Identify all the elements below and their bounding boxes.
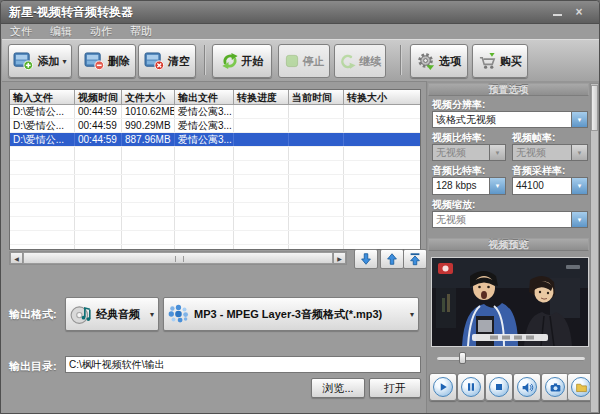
toolbar-separator <box>204 45 205 75</box>
audio-bitrate-label: 音频比特率: <box>432 164 485 178</box>
pause-button[interactable] <box>457 373 485 401</box>
scale-dropdown[interactable]: 无视频 ▼ <box>432 211 588 228</box>
cell <box>344 119 421 132</box>
clear-button[interactable]: 清空 <box>138 44 196 78</box>
play-button[interactable] <box>429 373 457 401</box>
move-down-button[interactable] <box>354 249 378 269</box>
table-row[interactable]: D:\爱情公... 00:44:59 1010.62MB 爱情公寓3... <box>10 105 420 119</box>
film-add-icon <box>13 52 34 71</box>
samplerate-label: 音频采样率: <box>512 164 565 178</box>
buy-button-label: 购买 <box>500 54 522 69</box>
format-category-value: 经典音频 <box>96 307 140 322</box>
camera-icon <box>545 377 565 397</box>
cell: 887.96MB <box>122 133 175 146</box>
video-bitrate-dropdown[interactable]: 无视频 ▼ <box>432 144 506 161</box>
table-horizontal-scrollbar[interactable]: ◀ ▶ <box>9 251 347 265</box>
chevron-down-icon[interactable]: ▼ <box>571 212 587 227</box>
stop-playback-icon <box>489 377 509 397</box>
video-preview <box>431 257 589 347</box>
cell: 00:44:59 <box>75 105 122 118</box>
menu-help[interactable]: 帮助 <box>121 23 161 39</box>
gear-icon <box>417 52 436 71</box>
chevron-down-icon[interactable]: ▼ <box>489 145 505 160</box>
chevron-down-icon[interactable]: ▼ <box>571 112 587 127</box>
panel-vertical-scrollbar[interactable] <box>590 83 599 413</box>
snapshot-button[interactable] <box>541 373 569 401</box>
speaker-icon <box>517 377 537 397</box>
cell <box>344 105 421 118</box>
start-button[interactable]: 开始 <box>212 44 272 78</box>
col-input-file[interactable]: 输入文件 <box>10 90 75 105</box>
browse-button[interactable]: 浏览... <box>311 378 365 398</box>
seek-slider-thumb[interactable] <box>459 352 466 364</box>
options-button[interactable]: 选项 <box>410 44 468 78</box>
stop-playback-button[interactable] <box>485 373 513 401</box>
cell <box>344 133 421 146</box>
resolution-dropdown[interactable]: 该格式无视频 ▼ <box>432 111 588 128</box>
table-row-empty <box>10 217 420 231</box>
col-converted-size[interactable]: 转换大小 <box>344 90 421 105</box>
close-button[interactable]: × <box>571 5 587 18</box>
framerate-value: 无视频 <box>513 145 571 160</box>
buy-button[interactable]: 购买 <box>472 44 528 78</box>
col-file-size[interactable]: 文件大小 <box>122 90 175 105</box>
move-up-button[interactable] <box>380 249 404 269</box>
volume-button[interactable] <box>513 373 541 401</box>
resume-icon <box>339 53 356 70</box>
cell: D:\爱情公... <box>10 133 75 146</box>
resume-button[interactable]: 继续 <box>334 44 386 78</box>
table-row-empty <box>10 231 420 245</box>
cell: 爱情公寓3... <box>175 105 234 118</box>
resolution-label: 视频分辨率: <box>432 98 485 112</box>
scroll-right-icon[interactable]: ▶ <box>333 252 346 264</box>
output-dir-input[interactable]: C:\枫叶视频软件\输出 <box>65 356 421 373</box>
cell: 00:44:59 <box>75 119 122 132</box>
clear-button-label: 清空 <box>168 54 190 69</box>
toolbar-separator <box>400 45 401 75</box>
format-dropdown[interactable]: MP3 - MPEG Layer-3音频格式(*.mp3) ▾ <box>163 297 419 331</box>
remove-button[interactable]: 删除 <box>78 44 136 78</box>
open-button[interactable]: 打开 <box>369 378 421 398</box>
output-dir-label: 输出目录: <box>9 359 57 374</box>
scale-value: 无视频 <box>433 212 571 227</box>
col-progress[interactable]: 转换进度 <box>234 90 289 105</box>
minimize-button[interactable] <box>549 5 565 18</box>
cell <box>234 133 289 146</box>
menu-file[interactable]: 文件 <box>1 23 41 39</box>
chevron-down-icon: ▾ <box>410 310 414 319</box>
table-row-empty <box>10 203 420 217</box>
video-bitrate-label: 视频比特率: <box>432 131 485 145</box>
chevron-down-icon[interactable]: ▼ <box>571 178 587 194</box>
chevron-down-icon[interactable]: ▼ <box>571 145 587 160</box>
format-category-dropdown[interactable]: 经典音频 ▾ <box>65 297 159 331</box>
scrollbar-thumb[interactable] <box>23 252 333 264</box>
cd-music-icon <box>70 303 92 325</box>
table-row-selected[interactable]: D:\爱情公... 00:44:59 887.96MB 爱情公寓3... <box>10 133 420 147</box>
col-video-time[interactable]: 视频时间 <box>75 90 122 105</box>
window-title: 新星-视频转音频转换器 <box>9 1 133 23</box>
minimize-icon <box>553 14 562 16</box>
framerate-dropdown[interactable]: 无视频 ▼ <box>512 144 588 161</box>
menu-edit[interactable]: 编辑 <box>41 23 81 39</box>
title-bar: 新星-视频转音频转换器 × <box>1 1 599 24</box>
arrow-top-icon <box>408 252 422 266</box>
add-button[interactable]: 添加 ▾ <box>8 44 72 78</box>
audio-bitrate-dropdown[interactable]: 128 kbps ▼ <box>432 177 506 195</box>
preset-header: 预置选项 <box>428 83 589 96</box>
col-output-file[interactable]: 输出文件 <box>175 90 234 105</box>
chevron-down-icon[interactable]: ▼ <box>489 178 505 194</box>
stop-button[interactable]: 停止 <box>278 44 330 78</box>
samplerate-value: 44100 <box>513 178 571 194</box>
thumb-grip <box>175 256 184 262</box>
add-dropdown-arrow-icon: ▾ <box>62 57 66 66</box>
scrollbar-thumb[interactable] <box>591 85 598 131</box>
cell <box>289 105 344 118</box>
scroll-left-icon[interactable]: ◀ <box>10 252 23 264</box>
menu-action[interactable]: 动作 <box>81 23 121 39</box>
move-top-button[interactable] <box>403 249 427 269</box>
table-row[interactable]: D:\爱情公... 00:44:59 990.29MB 爱情公寓3... <box>10 119 420 133</box>
samplerate-dropdown[interactable]: 44100 ▼ <box>512 177 588 195</box>
cell: 1010.62MB <box>122 105 175 118</box>
col-current-time[interactable]: 当前时间 <box>289 90 344 105</box>
output-format-label: 输出格式: <box>9 307 57 322</box>
